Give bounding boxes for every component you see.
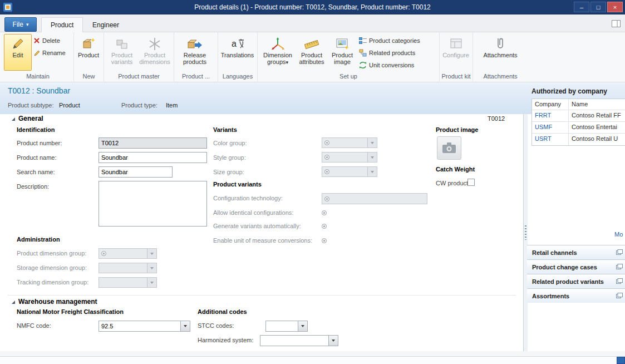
variants-header: Variants bbox=[213, 126, 237, 133]
minimize-button[interactable]: – bbox=[574, 2, 589, 12]
table-header-row: Company Name bbox=[532, 99, 625, 110]
ribbon-group-product-master: Product variants Product dimensions Prod… bbox=[104, 32, 174, 81]
product-image-button[interactable]: Product image bbox=[327, 34, 357, 71]
dropdown-icon bbox=[147, 278, 156, 287]
new-product-label: Product bbox=[78, 52, 99, 58]
table-row[interactable]: FRRT Contoso Retail FF bbox=[532, 110, 625, 122]
edit-button[interactable]: Edit bbox=[4, 34, 32, 71]
factbox-related-product-variants[interactable]: Related product variants bbox=[527, 274, 625, 288]
release-products-button[interactable]: Release products bbox=[176, 34, 214, 71]
enable-uom-conversions-label: Enable unit of measure conversions: bbox=[213, 237, 312, 244]
product-number-field[interactable] bbox=[99, 137, 207, 149]
company-cell[interactable]: USMF bbox=[532, 122, 569, 133]
tracking-dimension-group-combo[interactable] bbox=[99, 277, 157, 288]
factbox-pane bbox=[528, 114, 625, 351]
color-group-combo[interactable] bbox=[322, 137, 377, 148]
size-group-combo[interactable] bbox=[322, 166, 377, 177]
factbox-authorized-title[interactable]: Authorized by company bbox=[532, 87, 607, 95]
dropdown-icon bbox=[367, 138, 377, 147]
dimension-groups-button[interactable]: Dimension groups▾ bbox=[259, 34, 296, 71]
product-image-label: Product image bbox=[328, 52, 357, 65]
description-field[interactable] bbox=[99, 181, 207, 227]
product-dimension-group-label: Product dimension group: bbox=[17, 250, 86, 257]
product-categories-button[interactable]: Product categories bbox=[357, 35, 422, 46]
group-label-languages: Languages bbox=[218, 73, 257, 80]
lookup-icon bbox=[324, 196, 329, 201]
general-collapse-icon[interactable] bbox=[11, 117, 16, 121]
unit-conversions-label: Unit conversions bbox=[369, 62, 414, 68]
stcc-codes-combo[interactable] bbox=[265, 321, 308, 332]
related-products-button[interactable]: Related products bbox=[357, 47, 422, 58]
configure-icon bbox=[449, 36, 463, 51]
product-name-field[interactable] bbox=[99, 152, 207, 163]
product-attributes-button[interactable]: Product attributes bbox=[296, 34, 327, 71]
lookup-icon bbox=[324, 155, 329, 160]
allow-identical-configurations-indicator bbox=[322, 210, 327, 215]
cw-product-checkbox[interactable] bbox=[467, 179, 475, 186]
lookup-icon bbox=[324, 169, 329, 174]
section-warehouse-header[interactable]: Warehouse management bbox=[18, 298, 97, 306]
translations-button[interactable]: a Translations bbox=[220, 34, 255, 71]
enable-uom-conversions-indicator bbox=[322, 238, 327, 243]
company-cell[interactable]: FRRT bbox=[532, 110, 569, 121]
new-product-button[interactable]: Product bbox=[76, 34, 101, 71]
window-layout-icon[interactable] bbox=[612, 20, 621, 27]
warehouse-collapse-icon[interactable] bbox=[11, 300, 16, 304]
factbox-product-change-cases[interactable]: Product change cases bbox=[527, 259, 625, 274]
search-name-field[interactable] bbox=[99, 166, 173, 178]
attachments-button[interactable]: Attachments bbox=[480, 34, 521, 71]
section-general-header[interactable]: General bbox=[18, 115, 43, 122]
ribbon-group-new: Product New bbox=[74, 32, 104, 81]
product-variants-button[interactable]: Product variants bbox=[106, 34, 138, 71]
factbox-retail-channels[interactable]: Retail channels bbox=[527, 245, 625, 259]
delete-x-icon bbox=[33, 37, 40, 44]
unit-conversions-button[interactable]: Unit conversions bbox=[357, 60, 422, 70]
tab-engineer[interactable]: Engineer bbox=[83, 17, 128, 32]
more-link[interactable]: Mo bbox=[614, 231, 625, 238]
pane-splitter[interactable] bbox=[524, 114, 528, 351]
delete-button[interactable]: Delete bbox=[32, 35, 67, 46]
name-cell: Contoso Entertai bbox=[569, 122, 625, 133]
configuration-technology-field[interactable] bbox=[322, 193, 427, 204]
rename-button[interactable]: Rename bbox=[32, 47, 67, 58]
search-name-label: Search name: bbox=[17, 169, 55, 175]
tab-product[interactable]: Product bbox=[41, 17, 83, 32]
factbox-title: Related product variants bbox=[532, 278, 604, 285]
product-dimensions-button[interactable]: Product dimensions bbox=[138, 34, 171, 71]
lookup-icon bbox=[324, 140, 329, 145]
close-button[interactable]: × bbox=[607, 2, 623, 12]
product-type-value: Item bbox=[166, 102, 178, 109]
storage-dimension-group-combo[interactable] bbox=[99, 263, 157, 273]
tracking-dimension-group-label: Tracking dimension group: bbox=[17, 279, 88, 286]
expand-panes-icon[interactable] bbox=[616, 278, 623, 284]
product-image-placeholder[interactable] bbox=[437, 136, 461, 160]
nmfc-code-combo[interactable]: 92.5 bbox=[99, 321, 190, 332]
window-title: Product details (1) - Product number: T0… bbox=[0, 3, 625, 11]
product-dimension-group-combo[interactable] bbox=[99, 248, 157, 259]
harmonized-system-combo[interactable] bbox=[260, 335, 338, 346]
file-dropdown-icon: ▾ bbox=[26, 22, 29, 27]
table-row[interactable]: USRT Contoso Retail U bbox=[532, 134, 625, 145]
column-header-name[interactable]: Name bbox=[569, 99, 625, 110]
additional-codes-header: Additional codes bbox=[198, 308, 247, 315]
configuration-technology-label: Configuration technology: bbox=[213, 195, 283, 201]
company-cell[interactable]: USRT bbox=[532, 134, 569, 145]
related-products-label: Related products bbox=[369, 50, 415, 56]
new-product-icon bbox=[81, 36, 96, 51]
column-header-company[interactable]: Company bbox=[532, 99, 569, 110]
expand-panes-icon[interactable] bbox=[616, 249, 623, 255]
expand-panes-icon[interactable] bbox=[616, 264, 623, 270]
maximize-button[interactable]: □ bbox=[590, 2, 606, 12]
ribbon-group-product-kit: Configure Product kit bbox=[440, 32, 473, 81]
style-group-combo[interactable] bbox=[322, 152, 377, 163]
configure-button[interactable]: Configure bbox=[441, 34, 470, 71]
color-group-label: Color group: bbox=[213, 140, 247, 146]
identification-header: Identification bbox=[17, 126, 55, 133]
factbox-assortments[interactable]: Assortments bbox=[527, 288, 625, 303]
status-grip[interactable] bbox=[617, 357, 625, 364]
ribbon-group-languages: a Translations Languages bbox=[218, 32, 258, 81]
file-menu-button[interactable]: File ▾ bbox=[4, 17, 37, 32]
table-row[interactable]: USMF Contoso Entertai bbox=[532, 122, 625, 134]
expand-panes-icon[interactable] bbox=[616, 293, 623, 299]
catch-weight-header: Catch Weight bbox=[436, 166, 475, 173]
